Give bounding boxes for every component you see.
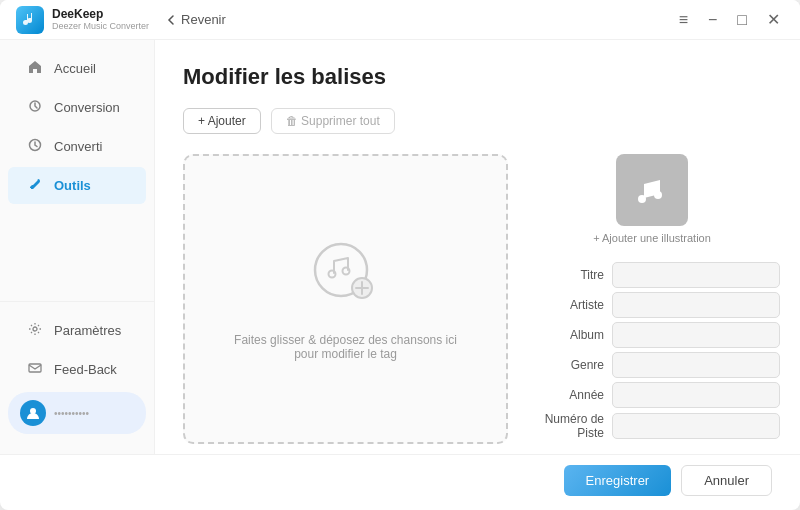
right-panel: + Ajouter une illustration TitreArtisteA… (532, 154, 772, 444)
sidebar-bottom: Paramètres Feed-Back •••••••••• (0, 301, 154, 446)
page-title: Modifier les balises (183, 64, 772, 90)
field-input-genre[interactable] (612, 352, 780, 378)
sidebar-label-outils: Outils (54, 178, 91, 193)
field-row-0: Titre (532, 262, 772, 288)
drop-zone-icon (311, 237, 381, 319)
user-avatar (20, 400, 46, 426)
minimize-icon[interactable]: − (704, 9, 721, 31)
field-label-1: Artiste (532, 298, 604, 312)
delete-all-button[interactable]: 🗑 Supprimer tout (271, 108, 395, 134)
field-input-titre[interactable] (612, 262, 780, 288)
sidebar-item-accueil[interactable]: Accueil (8, 50, 146, 87)
sidebar-item-parametres[interactable]: Paramètres (8, 312, 146, 349)
app-name: DeeKeep (52, 7, 149, 21)
field-input-album[interactable] (612, 322, 780, 348)
field-label-4: Année (532, 388, 604, 402)
field-input-numéro-de-piste[interactable] (612, 413, 780, 439)
svg-point-12 (654, 191, 662, 199)
settings-icon (26, 322, 44, 339)
field-row-2: Album (532, 322, 772, 348)
clock-icon (26, 138, 44, 155)
fields-container: TitreArtisteAlbumGenreAnnéeNuméro de Pis… (532, 262, 772, 444)
svg-point-6 (328, 271, 335, 278)
field-input-artiste[interactable] (612, 292, 780, 318)
content-area: Modifier les balises + Ajouter 🗑 Supprim… (155, 40, 800, 454)
field-label-5: Numéro de Piste (532, 412, 604, 440)
drop-zone[interactable]: Faites glisser & déposez des chansons ic… (183, 154, 508, 444)
svg-point-7 (342, 268, 349, 275)
sidebar-label-feedback: Feed-Back (54, 362, 117, 377)
field-row-1: Artiste (532, 292, 772, 318)
sidebar-item-outils[interactable]: Outils (8, 167, 146, 204)
album-art-placeholder (616, 154, 688, 226)
sidebar-user[interactable]: •••••••••• (8, 392, 146, 434)
field-input-année[interactable] (612, 382, 780, 408)
titlebar-controls: ≡ − □ ✕ (675, 8, 784, 31)
conversion-icon (26, 99, 44, 116)
close-icon[interactable]: ✕ (763, 8, 784, 31)
titlebar-nav: Revenir (157, 8, 234, 31)
sidebar-label-accueil: Accueil (54, 61, 96, 76)
titlebar-left: DeeKeep Deezer Music Converter Revenir (16, 6, 234, 34)
back-icon (165, 14, 177, 26)
content-body: Faites glisser & déposez des chansons ic… (183, 154, 772, 444)
album-art-section: + Ajouter une illustration (532, 154, 772, 244)
add-illustration-label: + Ajouter une illustration (593, 232, 711, 244)
field-label-2: Album (532, 328, 604, 342)
menu-icon[interactable]: ≡ (675, 9, 692, 31)
back-label: Revenir (181, 12, 226, 27)
main-layout: Accueil Conversion Converti (0, 40, 800, 454)
field-label-3: Genre (532, 358, 604, 372)
add-button[interactable]: + Ajouter (183, 108, 261, 134)
sidebar-item-converti[interactable]: Converti (8, 128, 146, 165)
app-subtitle: Deezer Music Converter (52, 21, 149, 32)
maximize-icon[interactable]: □ (733, 9, 751, 31)
sidebar-label-parametres: Paramètres (54, 323, 121, 338)
field-row-5: Numéro de Piste (532, 412, 772, 440)
titlebar: DeeKeep Deezer Music Converter Revenir ≡… (0, 0, 800, 40)
field-row-3: Genre (532, 352, 772, 378)
sidebar-item-conversion[interactable]: Conversion (8, 89, 146, 126)
sidebar-label-conversion: Conversion (54, 100, 120, 115)
mail-icon (26, 361, 44, 378)
app-name-block: DeeKeep Deezer Music Converter (52, 7, 149, 32)
add-illustration-button[interactable]: + Ajouter une illustration (593, 232, 711, 244)
sidebar-item-feedback[interactable]: Feed-Back (8, 351, 146, 388)
save-button[interactable]: Enregistrer (564, 465, 672, 496)
svg-rect-3 (29, 364, 41, 372)
drop-zone-text: Faites glisser & déposez des chansons ic… (226, 333, 466, 361)
toolbar: + Ajouter 🗑 Supprimer tout (183, 108, 772, 134)
cancel-button[interactable]: Annuler (681, 465, 772, 496)
sidebar-label-converti: Converti (54, 139, 102, 154)
sidebar: Accueil Conversion Converti (0, 40, 155, 454)
back-button[interactable]: Revenir (157, 8, 234, 31)
home-icon (26, 60, 44, 77)
bottom-bar: Enregistrer Annuler (0, 454, 800, 510)
field-row-4: Année (532, 382, 772, 408)
app-logo (16, 6, 44, 34)
svg-point-2 (33, 327, 37, 331)
tools-icon (26, 177, 44, 194)
app-window: DeeKeep Deezer Music Converter Revenir ≡… (0, 0, 800, 510)
field-label-0: Titre (532, 268, 604, 282)
sidebar-top: Accueil Conversion Converti (0, 48, 154, 301)
user-display-text: •••••••••• (54, 408, 89, 419)
svg-point-11 (638, 195, 646, 203)
